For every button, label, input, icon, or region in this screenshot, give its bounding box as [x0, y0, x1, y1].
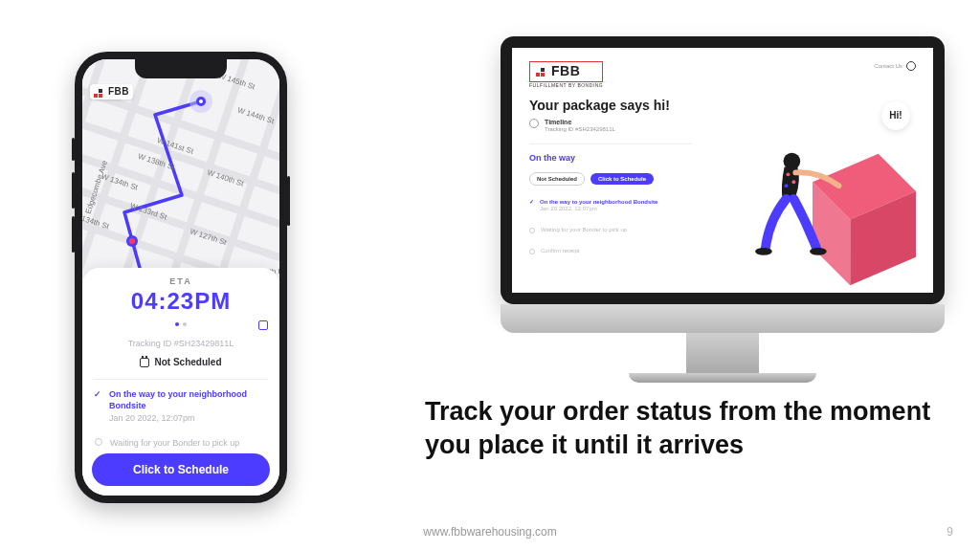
timeline-step: Confirm receipt	[529, 248, 692, 255]
pending-icon	[95, 438, 102, 446]
schedule-status: Not Scheduled	[140, 358, 221, 367]
calendar-icon[interactable]	[258, 320, 268, 330]
slide-headline: Track your order status from the moment …	[425, 395, 942, 462]
contact-link[interactable]: Contact Us	[874, 61, 916, 71]
timeline-step: Waiting for your Bonder to pick up	[94, 438, 268, 450]
map-area[interactable]: W 145th St W 144th St W 141st St W 138th…	[82, 59, 279, 281]
schedule-button[interactable]: Click to Schedule	[92, 453, 270, 486]
svg-point-30	[787, 172, 791, 176]
fbb-mark-icon	[536, 65, 547, 77]
user-icon	[906, 61, 916, 71]
pending-icon	[529, 249, 535, 254]
phone-screen: W 145th St W 144th St W 141st St W 138th…	[82, 59, 279, 496]
fbb-logo-chip: FBB	[90, 84, 133, 99]
calendar-icon	[140, 358, 149, 367]
section-heading: On the way	[529, 154, 692, 163]
fbb-wordmark: FBB	[108, 87, 129, 97]
clock-icon	[529, 119, 539, 128]
imac-chin	[501, 304, 945, 333]
svg-point-14	[129, 238, 135, 244]
phone-side-button	[72, 216, 75, 253]
timeline-step: Waiting for your Bonder to pick up	[529, 227, 692, 234]
svg-text:W 144th St: W 144th St	[236, 105, 276, 125]
svg-point-33	[755, 248, 772, 255]
step-date: Jan 20 2022, 12:07pm	[109, 413, 268, 425]
desktop-screen: FBB FULFILLMENT BY BONDING Contact Us Yo…	[512, 48, 933, 293]
imac-foot	[629, 373, 816, 383]
footer-url: www.fbbwarehousing.com	[0, 526, 980, 538]
fbb-mark-icon	[94, 86, 105, 98]
divider	[529, 143, 692, 144]
imac-mockup: FBB FULFILLMENT BY BONDING Contact Us Yo…	[501, 36, 945, 383]
status-chip: Not Scheduled	[529, 172, 585, 186]
phone-mockup: W 145th St W 144th St W 141st St W 138th…	[75, 52, 287, 503]
illustration: Hi!	[709, 98, 916, 293]
phone-side-button	[287, 176, 290, 226]
phone-side-button	[72, 138, 75, 161]
tracking-sheet: ETA 04:23PM Tracking ID #SH23429811L Not…	[82, 268, 279, 496]
svg-point-32	[785, 184, 789, 187]
timeline-summary: TimelineTracking ID #SH23429811L	[529, 119, 692, 134]
phone-side-button	[72, 172, 75, 209]
timeline-step: ✓ On the way to your neighborhood Bondsi…	[529, 199, 692, 214]
schedule-button[interactable]: Click to Schedule	[590, 173, 654, 185]
divider	[94, 379, 268, 380]
page-dots	[94, 322, 268, 326]
timeline-step: ✓ On the way to your neighborhood Bondsi…	[94, 389, 268, 425]
svg-point-12	[199, 99, 203, 103]
svg-point-34	[810, 248, 827, 255]
eta-label: ETA	[169, 277, 191, 286]
eta-time: 04:23PM	[131, 290, 231, 313]
pending-icon	[529, 228, 535, 233]
phone-notch	[135, 59, 227, 78]
hi-bubble: Hi!	[881, 101, 910, 130]
tracking-id: Tracking ID #SH23429811L	[128, 340, 234, 348]
check-icon: ✓	[529, 199, 534, 207]
imac-neck	[686, 333, 759, 373]
check-icon: ✓	[94, 389, 101, 425]
page-title: Your package says hi!	[529, 98, 692, 113]
page-number: 9	[947, 526, 953, 538]
svg-point-31	[791, 180, 795, 184]
step-title: On the way to your neighborhood Bondsite	[109, 389, 268, 411]
step-title: Waiting for your Bonder to pick up	[110, 438, 239, 450]
fbb-logo: FBB FULFILLMENT BY BONDING	[529, 61, 603, 88]
